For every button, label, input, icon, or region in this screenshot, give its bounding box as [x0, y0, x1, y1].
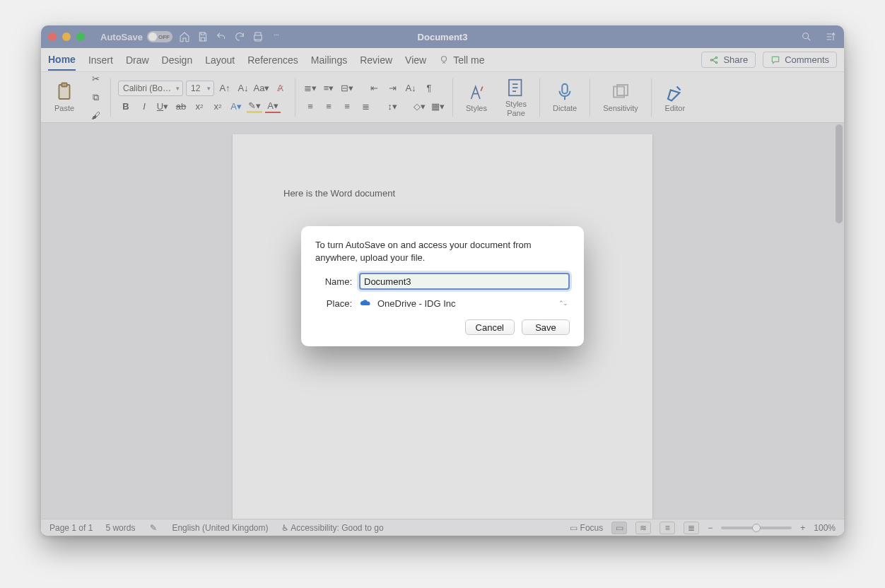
ribbon-options-icon[interactable]: [824, 30, 837, 43]
svg-rect-9: [61, 83, 67, 87]
font-size-combo[interactable]: 12: [186, 81, 214, 96]
zoom-window-button[interactable]: [76, 33, 85, 41]
svg-point-5: [711, 59, 713, 60]
numbering-icon[interactable]: ≡▾: [321, 81, 336, 96]
superscript-button[interactable]: x2: [210, 99, 225, 114]
status-accessibility[interactable]: ♿︎ Accessibility: Good to go: [281, 523, 384, 533]
outline-view-icon[interactable]: ≡: [660, 522, 675, 534]
comments-button[interactable]: Comments: [763, 52, 837, 68]
shrink-font-icon[interactable]: A↓: [235, 81, 251, 96]
editor-label: Editor: [664, 104, 685, 112]
align-right-icon[interactable]: ≡: [339, 99, 355, 114]
styles-pane-group[interactable]: Styles Pane: [500, 72, 532, 122]
focus-label: Focus: [580, 523, 604, 533]
undo-icon[interactable]: [215, 30, 228, 43]
dictate-group[interactable]: Dictate: [547, 72, 582, 122]
comments-label: Comments: [785, 54, 829, 65]
tell-me-label: Tell me: [453, 54, 484, 66]
show-marks-icon[interactable]: ¶: [421, 81, 437, 96]
tab-insert[interactable]: Insert: [88, 50, 113, 70]
change-case-icon[interactable]: Aa▾: [254, 81, 269, 96]
search-icon[interactable]: [800, 30, 813, 43]
print-icon[interactable]: [252, 30, 264, 43]
bold-button[interactable]: B: [118, 99, 134, 114]
place-select[interactable]: OneDrive - IDG Inc: [359, 295, 570, 311]
save-icon[interactable]: [197, 30, 209, 43]
zoom-slider[interactable]: [721, 527, 792, 529]
increase-indent-icon[interactable]: ⇥: [385, 81, 400, 96]
tab-review[interactable]: Review: [360, 50, 392, 70]
svg-point-2: [278, 35, 279, 35]
zoom-percent[interactable]: 100%: [814, 523, 836, 533]
home-icon[interactable]: [178, 30, 191, 43]
bullets-icon[interactable]: ≣▾: [303, 81, 318, 96]
tab-view[interactable]: View: [405, 50, 426, 70]
word-window: AutoSave OFF Document3 Home Insert Draw …: [41, 25, 844, 536]
svg-point-4: [442, 56, 447, 61]
tab-home[interactable]: Home: [48, 49, 76, 71]
paste-group[interactable]: Paste: [48, 72, 81, 122]
document-body-text: Here is the Word document: [283, 188, 395, 199]
styles-group[interactable]: Styles: [460, 72, 493, 122]
accessibility-text: Accessibility: Good to go: [291, 523, 383, 533]
focus-mode[interactable]: ▭ Focus: [570, 523, 603, 533]
tab-layout[interactable]: Layout: [205, 50, 235, 70]
editor-group[interactable]: Editor: [659, 72, 691, 122]
grow-font-icon[interactable]: A↑: [217, 81, 233, 96]
status-language[interactable]: English (United Kingdom): [172, 523, 268, 533]
sort-icon[interactable]: A↓: [403, 81, 418, 96]
vertical-scrollbar[interactable]: [836, 124, 843, 223]
autosave-state: OFF: [158, 34, 170, 40]
draft-view-icon[interactable]: ≣: [684, 522, 699, 534]
minimize-window-button[interactable]: [62, 33, 71, 41]
status-words[interactable]: 5 words: [105, 523, 135, 533]
tell-me[interactable]: Tell me: [439, 54, 484, 66]
shading-icon[interactable]: ◇▾: [411, 99, 427, 114]
filename-input[interactable]: [359, 273, 570, 290]
more-icon[interactable]: [270, 30, 283, 43]
save-button[interactable]: Save: [522, 319, 570, 335]
share-button[interactable]: Share: [701, 52, 756, 68]
print-layout-view-icon[interactable]: ▭: [611, 522, 627, 534]
window-controls: [48, 33, 85, 41]
multilevel-icon[interactable]: ⊟▾: [339, 81, 355, 96]
close-window-button[interactable]: [48, 33, 57, 41]
tab-draw[interactable]: Draw: [126, 50, 149, 70]
redo-icon[interactable]: [233, 30, 246, 43]
decrease-indent-icon[interactable]: ⇤: [366, 81, 382, 96]
text-effects-icon[interactable]: A▾: [228, 99, 244, 114]
italic-button[interactable]: I: [136, 99, 152, 114]
line-spacing-icon[interactable]: ↕▾: [385, 99, 400, 114]
zoom-in-icon[interactable]: +: [800, 523, 805, 533]
name-label: Name:: [315, 276, 352, 287]
cut-icon[interactable]: ✂: [88, 71, 103, 87]
autosave-upload-dialog: To turn AutoSave on and access your docu…: [301, 226, 584, 346]
web-layout-view-icon[interactable]: ≋: [635, 522, 651, 534]
font-name-combo[interactable]: Calibri (Bo…: [118, 81, 183, 96]
align-center-icon[interactable]: ≡: [321, 99, 336, 114]
cancel-button[interactable]: Cancel: [465, 319, 515, 335]
spellcheck-icon[interactable]: ✎: [148, 522, 159, 534]
format-painter-icon[interactable]: 🖌: [88, 108, 103, 124]
autosave-switch[interactable]: OFF: [147, 31, 172, 42]
align-left-icon[interactable]: ≡: [303, 99, 318, 114]
tab-design[interactable]: Design: [162, 50, 193, 70]
highlight-icon[interactable]: ✎▾: [247, 100, 262, 113]
ribbon-tab-strip: Home Insert Draw Design Layout Reference…: [41, 48, 844, 72]
svg-point-7: [716, 61, 717, 63]
tab-references[interactable]: References: [247, 50, 298, 70]
tab-mailings[interactable]: Mailings: [311, 50, 347, 70]
styles-pane-label: Styles Pane: [505, 100, 527, 117]
justify-icon[interactable]: ≣: [358, 99, 373, 114]
borders-icon[interactable]: ▦▾: [430, 99, 445, 114]
font-color-icon[interactable]: A▾: [265, 100, 281, 113]
underline-button[interactable]: U▾: [155, 99, 170, 114]
subscript-button[interactable]: x2: [192, 99, 207, 114]
clear-formatting-icon[interactable]: A̷: [272, 81, 288, 96]
autosave-toggle[interactable]: AutoSave OFF: [100, 31, 172, 42]
status-page[interactable]: Page 1 of 1: [49, 523, 93, 533]
strikethrough-button[interactable]: ab: [173, 99, 189, 114]
zoom-out-icon[interactable]: −: [708, 523, 713, 533]
copy-icon[interactable]: ⧉: [88, 90, 103, 105]
svg-rect-11: [562, 84, 568, 94]
